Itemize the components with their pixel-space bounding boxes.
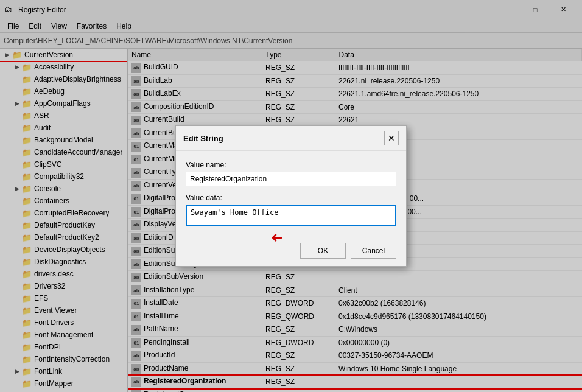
ok-button[interactable]: OK (300, 243, 346, 259)
edit-string-dialog: Edit String ✕ Value name: Value data: ➜ … (175, 125, 407, 267)
value-name-label: Value name: (186, 161, 396, 169)
dialog-buttons: OK Cancel (176, 238, 406, 266)
dialog-title: Edit String (183, 134, 223, 143)
value-data-input[interactable] (186, 205, 396, 226)
cancel-button[interactable]: Cancel (351, 243, 396, 259)
dialog-title-bar: Edit String ✕ (176, 126, 406, 151)
dialog-overlay: Edit String ✕ Value name: Value data: ➜ … (0, 0, 582, 392)
dialog-close-button[interactable]: ✕ (384, 131, 399, 145)
red-arrow-annotation: ➜ (271, 229, 283, 247)
dialog-body: Value name: Value data: ➜ (176, 151, 406, 238)
value-name-input[interactable] (186, 172, 396, 186)
value-data-label: Value data: (186, 194, 396, 202)
